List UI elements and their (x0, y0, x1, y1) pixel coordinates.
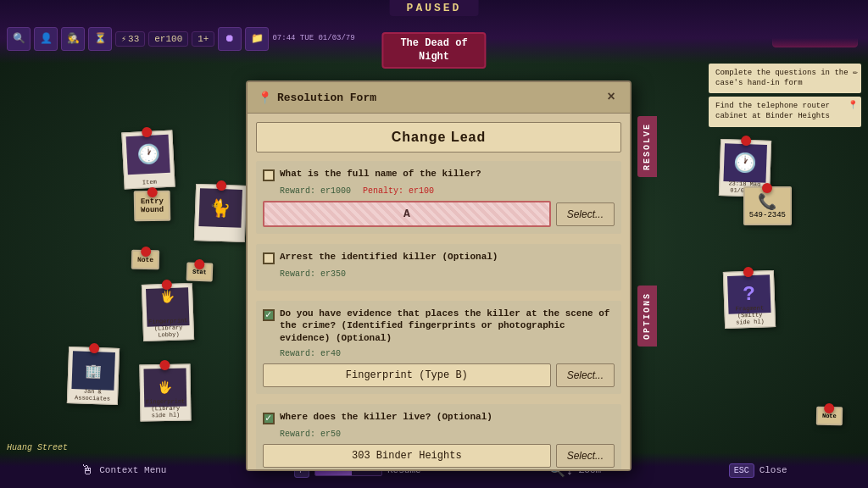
question-3-answer-row: Fingerprint (Type B) Select... (263, 363, 615, 387)
modal-body: Change Lead What is the full name of the… (248, 114, 630, 469)
close-button[interactable]: ESC Close (729, 463, 787, 478)
question-3-select-button[interactable]: Select... (556, 363, 615, 387)
board-item-note: Note (131, 250, 160, 270)
context-menu-label: Context Menu (99, 465, 166, 475)
board-item-clock: 🕐 Item (121, 130, 175, 189)
question-1-select-button[interactable]: Select... (556, 202, 615, 226)
paused-banner: PAUSED (390, 0, 479, 16)
polaroid-label: Jan &Associates (68, 387, 118, 402)
question-1-checkbox[interactable] (263, 169, 275, 181)
location-label: Huang Street (7, 443, 68, 452)
question-4-select-button[interactable]: Select... (556, 444, 615, 468)
board-item-stat: Stat (186, 262, 214, 281)
question-2-text: Arrest the identified killer (Optional) (280, 251, 498, 263)
hud-left: 🔍 👤 🕵️ ⏳ ⚡ 33 er100 1+ ⏺ 📁 07:44 TUE 01/… (7, 27, 355, 51)
folder-icon[interactable]: 📁 (245, 27, 269, 51)
board-item-jan: 🏢 Jan &Associates (67, 347, 120, 405)
person-icon[interactable]: 👤 (34, 27, 58, 51)
stat-it: ⚡ 33 (115, 31, 145, 47)
polaroid-label: Fingerprint(Libraryside hl) (141, 397, 190, 419)
modal-header: 📍 Resolution Form × (248, 82, 630, 114)
stat-er-value: er100 (154, 34, 182, 44)
tab-options[interactable]: OPTIONS (637, 286, 657, 347)
location-pin-icon: 📍 (848, 100, 858, 111)
location-icon: 📍 (258, 91, 272, 105)
clock-icon[interactable]: ⏺ (218, 27, 242, 51)
q1-penalty-text: Penalty: er100 (363, 186, 434, 196)
case-title-line2: Night (419, 51, 449, 63)
side-notes-panel: Complete the questions in the case's han… (709, 64, 861, 127)
question-3-text: Do you have evidence that places the kil… (280, 308, 615, 344)
board-item-note-entry-wound: EntryWound (134, 191, 171, 222)
case-title[interactable]: The Dead of Night (381, 32, 486, 69)
question-4: Where does the killer live? (Optional) R… (256, 404, 621, 469)
modal-title-area: 📍 Resolution Form (258, 91, 376, 105)
side-note-1-text: Complete the questions in the case's han… (715, 69, 849, 87)
board-item-phone-number: 📞 549-2345 (743, 186, 792, 225)
question-4-checkbox[interactable] (263, 413, 275, 424)
question-3: Do you have evidence that places the kil… (256, 301, 621, 394)
stat-extra: 1+ (192, 31, 214, 47)
question-1-header: What is the full name of the killer? (263, 168, 615, 181)
side-note-2: Find the telephone router cabinet at Bin… (709, 97, 861, 126)
hourglass-icon[interactable]: ⏳ (88, 27, 112, 51)
close-label: Close (760, 465, 787, 475)
question-3-checkbox[interactable] (263, 309, 275, 321)
board-item-question: ? Fragment(Smittyside hl) (723, 270, 776, 329)
detective-icon[interactable]: 🕵️ (61, 27, 85, 51)
game-time: 07:44 TUE 01/03/79 (272, 34, 354, 43)
board-item-note-right: Note (816, 407, 843, 426)
side-note-1: Complete the questions in the case's han… (709, 64, 861, 93)
pin (147, 187, 157, 197)
question-1-answer-field[interactable]: A (263, 201, 551, 227)
pin (762, 183, 772, 193)
question-4-reward: Reward: er50 (280, 430, 615, 439)
question-1-answer-row: A Select... (263, 201, 615, 227)
resolution-modal: 📍 Resolution Form × Change Lead What is … (246, 80, 632, 471)
question-4-header: Where does the killer live? (Optional) (263, 411, 615, 424)
mouse-icon: 🖱 (81, 463, 94, 479)
paused-text: PAUSED (407, 2, 462, 14)
case-title-text: The Dead of Night (400, 37, 467, 64)
q1-reward-text: Reward: er1000 (280, 186, 351, 196)
question-3-answer-field[interactable]: Fingerprint (Type B) (263, 363, 551, 387)
close-key: ESC (729, 463, 754, 478)
board-item-cat: 🐈 (194, 184, 247, 242)
side-note-2-text: Find the telephone router cabinet at Bin… (715, 102, 830, 120)
search-icon[interactable]: 🔍 (7, 27, 31, 51)
polaroid-label: Fingerprint(LibraryLobby) (143, 317, 193, 339)
question-2-header: Arrest the identified killer (Optional) (263, 251, 615, 264)
question-2-reward: Reward: er350 (280, 269, 615, 279)
pencil-icon: ✏️ (853, 67, 858, 78)
question-4-text: Where does the killer live? (Optional) (280, 411, 492, 423)
tab-resolve[interactable]: RESOLVE (637, 116, 657, 177)
question-3-reward: Reward: er40 (280, 349, 615, 358)
question-4-answer-field[interactable]: 303 Binder Heights (263, 444, 551, 468)
modal-close-button[interactable]: × (603, 89, 620, 106)
stat-extra-value: 1+ (198, 34, 209, 44)
board-item-fingerprint1: 🖐 Fingerprint(LibraryLobby) (142, 283, 194, 341)
board-item-fingerprint2: 🖐 Fingerprint(Libraryside hl) (139, 363, 191, 421)
question-1-text: What is the full name of the killer? (280, 168, 481, 180)
polaroid-label: Fragment(Smittyside hl) (725, 304, 775, 326)
context-menu-button[interactable]: 🖱 Context Menu (81, 463, 166, 479)
polaroid-label: Item (125, 177, 174, 186)
question-4-answer-row: 303 Binder Heights Select... (263, 444, 615, 468)
modal-title-text: Resolution Form (277, 92, 376, 104)
question-2: Arrest the identified killer (Optional) … (256, 244, 621, 291)
case-title-line1: The Dead of (400, 37, 467, 49)
question-2-checkbox[interactable] (263, 252, 275, 264)
question-1-reward: Reward: er1000 Penalty: er100 (280, 186, 615, 196)
stat-it-value: 33 (128, 34, 139, 44)
stat-er: er100 (148, 31, 188, 47)
change-lead-button[interactable]: Change Lead (256, 122, 621, 152)
question-3-header: Do you have evidence that places the kil… (263, 308, 615, 344)
game-time-value: 07:44 TUE 01/03/79 (272, 34, 354, 43)
question-1: What is the full name of the killer? Rew… (256, 161, 621, 234)
